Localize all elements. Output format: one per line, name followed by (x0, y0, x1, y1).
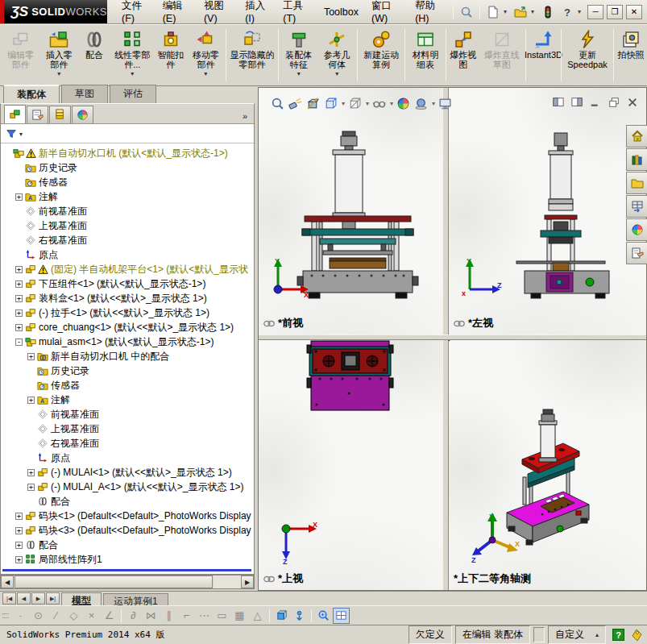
toolbox-status-button[interactable] (539, 3, 557, 21)
assembly-features-button[interactable]: 装配体特征▾ (280, 26, 317, 85)
polygon-button[interactable]: ◇ (65, 608, 82, 624)
linear-component-pattern-button[interactable]: 线性零部件...▾ (110, 26, 155, 85)
angle-button[interactable]: △ (249, 608, 266, 624)
tree-item[interactable]: 右视基准面 (1, 436, 254, 451)
reference-geometry-button[interactable]: 参考几何体▾ (318, 26, 356, 85)
tree-item[interactable]: 右视基准面 (1, 233, 254, 247)
construction-line-button[interactable]: ⋯ (196, 608, 213, 624)
menu-window[interactable]: 窗口(W) (365, 0, 409, 27)
menu-file[interactable]: 文件(F) (115, 0, 156, 27)
move-component-button[interactable]: 移动零部件▾ (187, 26, 225, 85)
toolbar-grip[interactable]: :::: (2, 613, 8, 617)
tree-horizontal-scrollbar[interactable]: ◀ ▶ (0, 575, 255, 589)
viewport-isometric[interactable]: Y X Z *上下二等角轴测 (449, 340, 646, 590)
tree-item[interactable]: 前视基准面 (1, 407, 254, 422)
tree-item[interactable]: +装料盒<1> (默认<<默认>_显示状态 1>) (1, 291, 254, 305)
help-button[interactable]: ? (558, 3, 576, 21)
task-pane-design-library[interactable] (626, 148, 647, 171)
tree-item[interactable]: 原点 (1, 451, 254, 465)
exploded-view-button[interactable]: 爆炸视图 (447, 26, 479, 85)
hide-show-items-button[interactable] (371, 96, 387, 111)
tree-item[interactable]: +配合 (1, 538, 254, 552)
bill-of-materials-button[interactable]: 材料明细表 (406, 26, 444, 85)
tree-item[interactable]: 历史记录 (1, 364, 254, 378)
instant3d-cube-button[interactable] (273, 608, 290, 624)
study-nav-prev[interactable]: ◀ (17, 592, 31, 605)
filter-funnel-icon[interactable] (6, 128, 17, 139)
new-document-button[interactable] (484, 3, 502, 21)
fm-overflow-chevron[interactable]: » (243, 111, 251, 123)
mirror-entities-button[interactable]: ⋈ (143, 608, 160, 624)
tree-item[interactable]: 传感器 (1, 378, 254, 393)
tree-item[interactable]: +(-) MULAI_A<1> (默认<<默认>_显示状态 1>) (1, 480, 254, 494)
menu-toolbox[interactable]: Toolbox (317, 3, 365, 21)
apply-scene-button[interactable] (413, 96, 429, 111)
minimize-button[interactable]: ─ (587, 5, 603, 19)
tree-item[interactable]: 上视基准面 (1, 422, 254, 436)
expand-icon[interactable]: + (27, 397, 35, 404)
tree-item[interactable]: 传感器 (1, 175, 254, 189)
point-button[interactable]: · (12, 608, 29, 624)
tab-assembly[interactable]: 装配体 (3, 85, 60, 104)
tile-right-button[interactable] (570, 96, 583, 108)
expand-icon[interactable]: + (15, 295, 23, 302)
close-button[interactable]: ✕ (626, 5, 642, 19)
menu-tools[interactable]: 工具(T) (276, 0, 317, 27)
circle-button[interactable]: ⊙ (30, 608, 47, 624)
scroll-track[interactable] (214, 575, 241, 588)
tree-item[interactable]: 历史记录 (1, 160, 254, 175)
tree-item[interactable]: +局部线性阵列1 (1, 552, 254, 567)
insert-component-button[interactable]: 插入零部件▾ (39, 26, 77, 85)
custom-dropdown[interactable]: 自定义 ▴ (548, 625, 606, 644)
tree-item[interactable]: +码块<1> (Default<<Default>_PhotoWorks Dis… (1, 509, 254, 523)
filter-dropdown-arrow[interactable]: ▾ (19, 131, 23, 138)
viewport-front[interactable]: Y X *前视 (259, 88, 442, 334)
tag-icon[interactable] (631, 629, 642, 642)
tree-item[interactable]: +core_chuang<1> (默认<<默认>_显示状态 1>) (1, 320, 254, 334)
study-tab-model[interactable]: 模型 (61, 592, 102, 605)
menu-view[interactable]: 视图(V) (197, 0, 238, 27)
rollback-bar[interactable] (2, 569, 251, 571)
viewport-horizontal-splitter[interactable] (259, 334, 646, 340)
study-nav-last[interactable]: ▶| (46, 592, 60, 605)
expand-icon[interactable]: + (15, 310, 23, 317)
tile-left-button[interactable] (551, 96, 565, 108)
line-button[interactable]: ∕ (48, 608, 64, 624)
fm-tab-configuration-manager[interactable] (49, 106, 71, 123)
new-motion-study-button[interactable]: 新建运动算例 (359, 26, 404, 85)
display-style-button[interactable] (347, 96, 363, 111)
scroll-right-button[interactable]: ▶ (241, 575, 254, 588)
restore-button[interactable]: ❐ (607, 5, 623, 19)
section-view-button[interactable] (305, 96, 321, 111)
expand-icon[interactable]: + (15, 556, 23, 563)
tree-item[interactable]: 原点 (1, 247, 254, 262)
tree-item[interactable]: +A注解 (1, 189, 254, 204)
slot-button[interactable]: ▭ (214, 608, 230, 624)
expand-icon[interactable]: + (27, 469, 35, 476)
tree-item[interactable]: +A注解 (1, 393, 254, 407)
expand-icon[interactable]: + (15, 527, 23, 534)
fm-tab-feature-tree[interactable] (4, 105, 26, 123)
expand-icon[interactable]: + (15, 542, 23, 549)
tree-item[interactable]: 前视基准面 (1, 204, 254, 218)
tree-item[interactable]: +(-) 拉手<1> (默认<<默认>_显示状态 1>) (1, 305, 254, 320)
expand-icon[interactable]: + (15, 266, 23, 273)
scroll-thumb[interactable] (15, 575, 213, 588)
menu-help[interactable]: 帮助(H) (409, 0, 450, 27)
zoom-to-area-button[interactable] (288, 96, 303, 111)
corner-rectangle-button[interactable]: ⌐ (178, 608, 195, 624)
tab-evaluate[interactable]: 评估 (110, 85, 156, 103)
open-document-button[interactable] (512, 3, 529, 21)
offset-entities-button[interactable]: ∥ (160, 608, 177, 624)
tree-item[interactable]: 新半自动切水口机 (默认<默认_显示状态-1>) (1, 146, 254, 160)
task-pane-view-palette[interactable] (626, 195, 647, 218)
tab-sketch[interactable]: 草图 (61, 85, 108, 103)
tree-item[interactable]: +(-) MULAI<1> (默认<<默认>_显示状态 1>) (1, 465, 254, 480)
scroll-left-button[interactable]: ◀ (1, 575, 14, 588)
expand-icon[interactable]: + (15, 280, 23, 288)
quick-tips-icon[interactable]: ? (612, 629, 624, 641)
instant3d-button[interactable]: Instant3D (527, 26, 560, 85)
edit-appearance-button[interactable] (396, 96, 411, 111)
fm-tab-display-manager[interactable] (72, 106, 93, 123)
grid-button[interactable]: ▦ (231, 608, 248, 624)
